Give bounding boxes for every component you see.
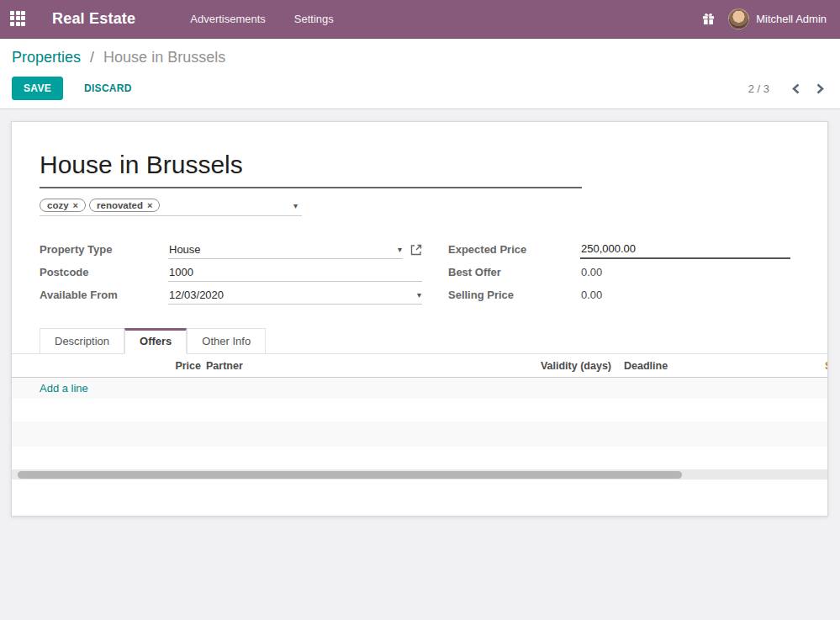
column-header-price[interactable]: Price bbox=[12, 360, 201, 372]
remove-tag-icon[interactable]: × bbox=[147, 200, 152, 210]
property-type-input[interactable]: House ▾ bbox=[168, 241, 403, 259]
date-picker-caret-icon[interactable]: ▾ bbox=[417, 290, 421, 299]
breadcrumb-separator: / bbox=[90, 49, 94, 66]
tags-dropdown-icon[interactable]: ▾ bbox=[293, 201, 298, 210]
discard-button[interactable]: DISCARD bbox=[76, 77, 140, 99]
field-label-available-from: Available From bbox=[40, 289, 168, 301]
content-area: House in Brussels cozy × renovated × ▾ P… bbox=[0, 109, 840, 517]
column-header-validity[interactable]: Validity (days) bbox=[441, 360, 611, 372]
user-name: Mitchell Admin bbox=[756, 13, 827, 25]
field-label-expected-price: Expected Price bbox=[448, 243, 580, 256]
control-panel: Properties / House in Brussels SAVE DISC… bbox=[0, 39, 840, 109]
horizontal-scrollbar-thumb[interactable] bbox=[18, 471, 682, 479]
available-from-input[interactable]: 12/03/2020 ▾ bbox=[168, 286, 422, 305]
nav-item-settings[interactable]: Settings bbox=[286, 8, 342, 30]
tag-label: renovated bbox=[97, 200, 143, 210]
nav-item-advertisements[interactable]: Advertisements bbox=[182, 8, 274, 30]
pager-value[interactable]: 2 / 3 bbox=[748, 82, 769, 95]
tags-input[interactable]: cozy × renovated × ▾ bbox=[40, 199, 302, 216]
chevron-left-icon bbox=[791, 83, 800, 94]
pager-previous-button[interactable] bbox=[790, 82, 802, 96]
tab-other-info[interactable]: Other Info bbox=[187, 328, 266, 354]
tag-label: cozy bbox=[47, 200, 69, 210]
field-label-selling-price: Selling Price bbox=[448, 289, 580, 301]
nav-menu: Advertisements Settings bbox=[182, 8, 342, 30]
tag-pill: renovated × bbox=[89, 199, 160, 212]
clipped-column-fragment: S bbox=[825, 360, 828, 372]
breadcrumb: Properties / House in Brussels bbox=[12, 49, 827, 66]
empty-table-row bbox=[12, 421, 827, 447]
gift-icon[interactable] bbox=[702, 13, 715, 25]
tab-offers[interactable]: Offers bbox=[124, 328, 187, 354]
column-header-deadline[interactable]: Deadline bbox=[624, 360, 742, 372]
property-name-input[interactable]: House in Brussels bbox=[40, 150, 582, 188]
form-sheet: House in Brussels cozy × renovated × ▾ P… bbox=[11, 121, 828, 517]
empty-table-row bbox=[12, 447, 827, 469]
user-menu[interactable]: Mitchell Admin bbox=[728, 8, 827, 29]
field-label-postcode: Postcode bbox=[40, 266, 168, 278]
offers-table-header: Price Partner Validity (days) Deadline S bbox=[12, 354, 827, 378]
expected-price-input[interactable]: 250,000.00 bbox=[580, 240, 790, 259]
pager: 2 / 3 bbox=[748, 82, 827, 96]
tag-pill: cozy × bbox=[40, 199, 86, 212]
postcode-input[interactable]: 1000 bbox=[168, 263, 422, 282]
tab-description[interactable]: Description bbox=[40, 328, 124, 354]
apps-menu-icon[interactable] bbox=[10, 11, 27, 28]
field-label-property-type: Property Type bbox=[40, 243, 168, 256]
column-header-partner[interactable]: Partner bbox=[206, 360, 441, 372]
breadcrumb-properties[interactable]: Properties bbox=[12, 49, 81, 66]
top-navbar: Real Estate Advertisements Settings Mitc… bbox=[0, 0, 840, 39]
best-offer-value: 0.00 bbox=[580, 263, 603, 281]
add-a-line-link[interactable]: Add a line bbox=[40, 382, 88, 395]
pager-next-button[interactable] bbox=[814, 82, 827, 96]
horizontal-scrollbar-track[interactable] bbox=[12, 469, 827, 480]
chevron-right-icon bbox=[816, 83, 825, 94]
save-button[interactable]: SAVE bbox=[12, 77, 63, 100]
dropdown-caret-icon[interactable]: ▾ bbox=[398, 245, 402, 254]
breadcrumb-current: House in Brussels bbox=[103, 49, 225, 66]
notebook-tabs: Description Offers Other Info bbox=[12, 328, 827, 354]
empty-table-row bbox=[12, 399, 827, 421]
field-label-best-offer: Best Offer bbox=[448, 266, 580, 278]
selling-price-value: 0.00 bbox=[580, 286, 603, 304]
remove-tag-icon[interactable]: × bbox=[73, 200, 78, 210]
sheet-bottom-area bbox=[12, 480, 827, 517]
table-row: Add a line bbox=[12, 378, 827, 399]
app-title[interactable]: Real Estate bbox=[52, 10, 135, 28]
avatar bbox=[728, 8, 749, 29]
external-link-icon[interactable] bbox=[410, 244, 422, 256]
